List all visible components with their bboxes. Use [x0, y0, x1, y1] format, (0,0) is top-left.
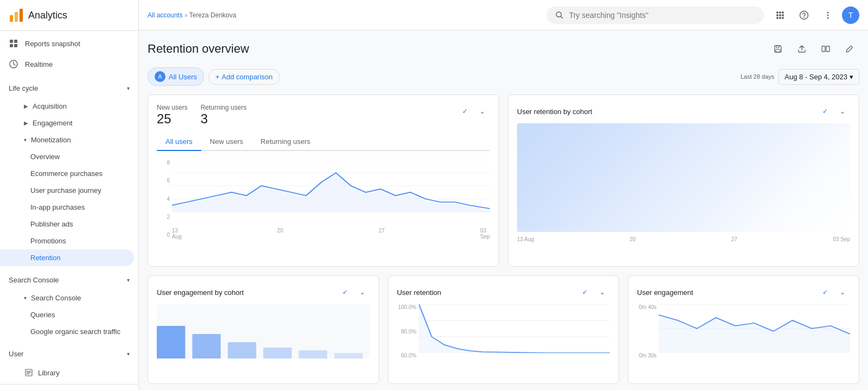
library-icon [24, 368, 34, 378]
search-console-sub-label: Search Console [31, 294, 81, 302]
engagement-cohort-card: User engagement by cohort ✓ ⌄ [148, 275, 379, 384]
sidebar-item-user-purchase-journey[interactable]: User purchase journey [0, 182, 134, 199]
sidebar-item-engagement[interactable]: ▶ Engagement [0, 115, 134, 131]
main-content: All accounts › Tereza Denkova [139, 0, 868, 390]
engagement-expand-icon: ▶ [24, 120, 28, 126]
tab-all-users[interactable]: All users [157, 133, 201, 151]
eng-check-button[interactable]: ✓ [818, 285, 833, 300]
sidebar-item-realtime-label: Realtime [25, 60, 53, 68]
eng-more-button[interactable]: ⌄ [835, 285, 850, 300]
line-chart-svg [172, 160, 490, 225]
page-header: Retention overview [148, 39, 859, 59]
analytics-logo[interactable]: Analytics [9, 8, 67, 23]
avatar[interactable]: T [842, 7, 859, 24]
new-users-label: New users [157, 104, 188, 111]
eng-cohort-check-button[interactable]: ✓ [337, 285, 353, 300]
edit-button[interactable] [840, 39, 859, 59]
sidebar-item-ecommerce[interactable]: Ecommerce purchases [0, 165, 134, 182]
engagement-cohort-actions: ✓ ⌄ [337, 285, 370, 300]
charts-top-row: New users 25 Returning users 3 ✓ ⌄ [148, 95, 859, 267]
svg-rect-6 [14, 44, 17, 47]
nav-section-user: User ▾ Library [0, 342, 138, 384]
date-range-button[interactable]: Aug 8 - Sep 4, 2023 ▾ [778, 69, 859, 85]
chart-check-button[interactable]: ✓ [457, 104, 473, 119]
chart-more-button[interactable]: ⌄ [475, 104, 490, 119]
sidebar-item-library[interactable]: Library [0, 363, 134, 382]
all-users-chip[interactable]: A All Users [148, 67, 204, 86]
apps-icon [775, 10, 785, 20]
date-range-dropdown-icon: ▾ [850, 73, 853, 81]
sidebar-item-realtime[interactable]: Realtime [0, 54, 134, 74]
more-button[interactable] [818, 5, 838, 25]
ecommerce-label: Ecommerce purchases [30, 169, 103, 178]
app-title: Analytics [28, 10, 67, 21]
e-y-40s: 0m 40s [637, 304, 656, 310]
cohort-more-button[interactable]: ⌄ [835, 104, 850, 119]
sidebar-section-user[interactable]: User ▾ [0, 344, 138, 363]
sidebar-item-search-console[interactable]: ▾ Search Console [0, 290, 134, 306]
retention-label: Retention [30, 254, 61, 262]
r-y-100: 100.0% [397, 304, 417, 310]
share-button[interactable] [792, 39, 812, 59]
add-icon: + [215, 73, 220, 81]
user-engagement-actions: ✓ ⌄ [818, 285, 850, 300]
content-area: Retention overview [139, 30, 868, 390]
save-report-button[interactable] [768, 39, 788, 59]
charts-bottom-row: User engagement by cohort ✓ ⌄ [148, 275, 859, 384]
engagement-svg [659, 304, 850, 353]
retention-more-button[interactable]: ⌄ [595, 285, 610, 300]
cohort-x-13aug: 13 Aug [517, 236, 534, 242]
breadcrumb-all-accounts[interactable]: All accounts [148, 11, 183, 19]
sidebar-item-publisher-ads[interactable]: Publisher ads [0, 216, 134, 232]
tab-returning-users[interactable]: Returning users [252, 133, 319, 151]
sidebar-item-promotions[interactable]: Promotions [0, 232, 134, 249]
user-metrics: New users 25 Returning users 3 [157, 104, 246, 127]
retention-y-axis: 100.0% 80.0% 60.0% [397, 304, 419, 358]
apps-button[interactable] [770, 5, 790, 25]
last-days-label: Last 28 days [741, 73, 774, 80]
search-console-expand-icon: ▾ [127, 277, 130, 283]
eng-cohort-more-button[interactable]: ⌄ [355, 285, 370, 300]
add-comparison-button[interactable]: + Add comparison [208, 69, 280, 85]
topbar: All accounts › Tereza Denkova [139, 0, 868, 30]
retention-check-button[interactable]: ✓ [577, 285, 592, 300]
svg-point-24 [803, 17, 805, 18]
sidebar-section-lifecycle[interactable]: Life cycle ▾ [0, 79, 138, 98]
svg-line-13 [561, 16, 563, 18]
x-13aug: 13Aug [172, 228, 182, 240]
chart-tabs: All users New users Returning users [157, 133, 490, 151]
sidebar-section-search-console[interactable]: Search Console ▾ [0, 271, 138, 290]
y-0: 0 [157, 232, 170, 238]
sidebar-item-google-organic[interactable]: Google organic search traffic [0, 323, 134, 340]
search-bar[interactable] [547, 7, 764, 24]
svg-rect-38 [192, 334, 220, 358]
svg-rect-3 [10, 40, 13, 43]
sidebar-item-monetization[interactable]: ▾ Monetization [0, 131, 134, 148]
cohort-check-button[interactable]: ✓ [818, 104, 833, 119]
help-button[interactable] [794, 5, 814, 25]
sidebar-item-queries[interactable]: Queries [0, 306, 134, 323]
svg-point-25 [827, 11, 829, 13]
chart-plot: 13Aug 20 27 03Sep [172, 160, 490, 247]
search-input[interactable] [569, 11, 755, 20]
tab-new-users[interactable]: New users [201, 133, 252, 151]
sidebar-item-reports-snapshot[interactable]: Reports snapshot [0, 33, 134, 54]
realtime-icon [9, 59, 18, 69]
user-retention-title: User retention [397, 288, 442, 297]
sidebar-item-retention[interactable]: Retention [0, 249, 134, 266]
svg-point-20 [776, 17, 778, 19]
publisher-ads-label: Publisher ads [30, 220, 73, 228]
user-engagement-card: User engagement ✓ ⌄ 0m 40s 0m 30s [628, 275, 859, 384]
nav-section-main: Reports snapshot Realtime [0, 31, 138, 77]
y-axis: 8 6 4 2 0 [157, 160, 172, 247]
queries-label: Queries [30, 311, 55, 319]
sidebar-item-acquisition[interactable]: ▶ Acquisition [0, 98, 134, 115]
sidebar-item-overview[interactable]: Overview [0, 148, 134, 165]
compare-button[interactable] [816, 39, 835, 59]
help-icon [799, 10, 809, 20]
y-6: 6 [157, 178, 170, 184]
x-axis-main: 13Aug 20 27 03Sep [172, 227, 490, 241]
returning-users-value: 3 [201, 111, 247, 127]
sidebar-item-in-app-purchases[interactable]: In-app purchases [0, 199, 134, 216]
user-purchase-journey-label: User purchase journey [30, 186, 101, 194]
